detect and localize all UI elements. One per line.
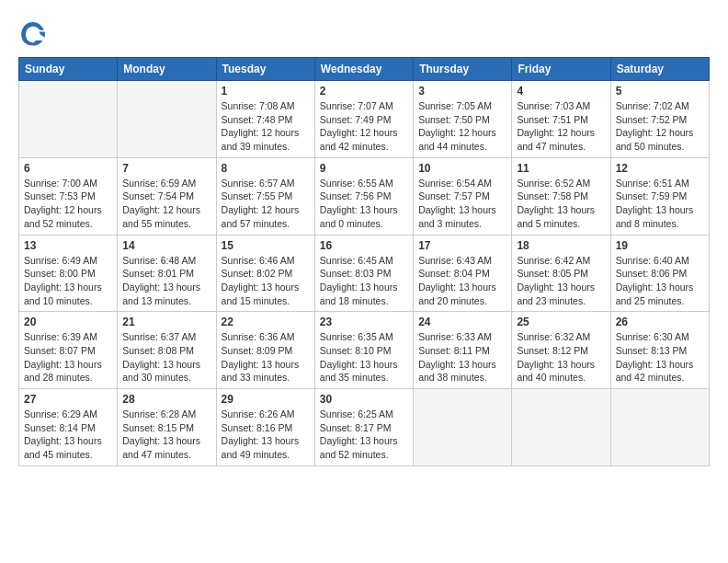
day-number: 10 [418, 162, 506, 175]
day-info: Sunrise: 6:49 AM Sunset: 8:00 PM Dayligh… [24, 254, 112, 308]
weekday-header-saturday: Saturday [610, 58, 709, 81]
weekday-header-monday: Monday [118, 58, 216, 81]
day-number: 26 [616, 316, 704, 328]
day-number: 28 [122, 393, 210, 406]
calendar-cell: 17Sunrise: 6:43 AM Sunset: 8:04 PM Dayli… [414, 235, 512, 312]
calendar-cell: 19Sunrise: 6:40 AM Sunset: 8:06 PM Dayli… [610, 235, 709, 312]
day-info: Sunrise: 6:28 AM Sunset: 8:15 PM Dayligh… [122, 408, 210, 462]
day-number: 23 [320, 316, 408, 328]
day-info: Sunrise: 7:07 AM Sunset: 7:49 PM Dayligh… [320, 99, 408, 154]
weekday-header-friday: Friday [512, 58, 610, 81]
day-info: Sunrise: 6:55 AM Sunset: 7:56 PM Dayligh… [320, 177, 408, 231]
day-number: 11 [517, 162, 605, 175]
day-number: 22 [222, 316, 310, 328]
day-number: 17 [418, 239, 506, 252]
calendar-cell: 2Sunrise: 7:07 AM Sunset: 7:49 PM Daylig… [314, 81, 413, 158]
day-number: 24 [418, 316, 506, 328]
day-number: 9 [320, 162, 408, 175]
calendar-cell: 14Sunrise: 6:48 AM Sunset: 8:01 PM Dayli… [118, 235, 216, 312]
day-number: 5 [616, 85, 704, 98]
day-info: Sunrise: 6:36 AM Sunset: 8:09 PM Dayligh… [222, 330, 310, 385]
day-number: 8 [222, 162, 310, 175]
page-header [18, 18, 710, 48]
day-number: 7 [122, 162, 210, 175]
weekday-header-thursday: Thursday [414, 58, 512, 81]
day-number: 4 [517, 85, 605, 98]
day-number: 30 [320, 393, 408, 406]
calendar-cell: 18Sunrise: 6:42 AM Sunset: 8:05 PM Dayli… [512, 235, 610, 312]
week-row-2: 6Sunrise: 7:00 AM Sunset: 7:53 PM Daylig… [19, 157, 710, 235]
calendar-cell: 16Sunrise: 6:45 AM Sunset: 8:03 PM Dayli… [314, 235, 413, 312]
calendar-cell: 9Sunrise: 6:55 AM Sunset: 7:56 PM Daylig… [314, 157, 413, 235]
day-number: 29 [222, 393, 310, 406]
day-info: Sunrise: 6:25 AM Sunset: 8:17 PM Dayligh… [320, 408, 408, 462]
day-info: Sunrise: 6:29 AM Sunset: 8:14 PM Dayligh… [24, 408, 112, 462]
day-number: 27 [24, 393, 112, 406]
day-number: 25 [517, 316, 605, 328]
week-row-1: 1Sunrise: 7:08 AM Sunset: 7:48 PM Daylig… [19, 81, 710, 158]
calendar-cell: 25Sunrise: 6:32 AM Sunset: 8:12 PM Dayli… [512, 312, 610, 389]
day-number: 18 [517, 239, 605, 252]
calendar-cell: 8Sunrise: 6:57 AM Sunset: 7:55 PM Daylig… [216, 157, 314, 235]
day-info: Sunrise: 6:43 AM Sunset: 8:04 PM Dayligh… [418, 254, 506, 308]
day-info: Sunrise: 6:30 AM Sunset: 8:13 PM Dayligh… [616, 330, 704, 385]
week-row-5: 27Sunrise: 6:29 AM Sunset: 8:14 PM Dayli… [19, 389, 710, 466]
day-number: 1 [222, 85, 310, 98]
day-info: Sunrise: 6:32 AM Sunset: 8:12 PM Dayligh… [517, 330, 605, 385]
day-info: Sunrise: 6:57 AM Sunset: 7:55 PM Dayligh… [222, 177, 310, 231]
calendar-cell: 10Sunrise: 6:54 AM Sunset: 7:57 PM Dayli… [414, 157, 512, 235]
calendar-cell: 28Sunrise: 6:28 AM Sunset: 8:15 PM Dayli… [118, 389, 216, 466]
day-info: Sunrise: 6:42 AM Sunset: 8:05 PM Dayligh… [517, 254, 605, 308]
day-number: 13 [24, 239, 112, 252]
day-number: 21 [122, 316, 210, 328]
logo-icon [18, 18, 48, 48]
logo [18, 18, 51, 48]
day-number: 15 [222, 239, 310, 252]
day-number: 2 [320, 85, 408, 98]
day-number: 16 [320, 239, 408, 252]
day-info: Sunrise: 6:39 AM Sunset: 8:07 PM Dayligh… [24, 330, 112, 385]
calendar-cell: 6Sunrise: 7:00 AM Sunset: 7:53 PM Daylig… [19, 157, 118, 235]
calendar-cell: 13Sunrise: 6:49 AM Sunset: 8:00 PM Dayli… [19, 235, 118, 312]
calendar-cell: 1Sunrise: 7:08 AM Sunset: 7:48 PM Daylig… [216, 81, 314, 158]
day-info: Sunrise: 7:02 AM Sunset: 7:52 PM Dayligh… [616, 99, 704, 154]
calendar-table: SundayMondayTuesdayWednesdayThursdayFrid… [18, 57, 710, 466]
calendar-cell: 12Sunrise: 6:51 AM Sunset: 7:59 PM Dayli… [610, 157, 709, 235]
calendar-cell [512, 389, 610, 466]
day-info: Sunrise: 6:45 AM Sunset: 8:03 PM Dayligh… [320, 254, 408, 308]
calendar-cell: 15Sunrise: 6:46 AM Sunset: 8:02 PM Dayli… [216, 235, 314, 312]
calendar-cell: 23Sunrise: 6:35 AM Sunset: 8:10 PM Dayli… [314, 312, 413, 389]
calendar-cell: 30Sunrise: 6:25 AM Sunset: 8:17 PM Dayli… [314, 389, 413, 466]
calendar-cell: 20Sunrise: 6:39 AM Sunset: 8:07 PM Dayli… [19, 312, 118, 389]
calendar-cell: 11Sunrise: 6:52 AM Sunset: 7:58 PM Dayli… [512, 157, 610, 235]
week-row-4: 20Sunrise: 6:39 AM Sunset: 8:07 PM Dayli… [19, 312, 710, 389]
weekday-header-sunday: Sunday [19, 58, 118, 81]
calendar-cell: 4Sunrise: 7:03 AM Sunset: 7:51 PM Daylig… [512, 81, 610, 158]
day-info: Sunrise: 7:05 AM Sunset: 7:50 PM Dayligh… [418, 99, 506, 154]
calendar-cell [19, 81, 118, 158]
day-number: 3 [418, 85, 506, 98]
day-info: Sunrise: 6:35 AM Sunset: 8:10 PM Dayligh… [320, 330, 408, 385]
day-info: Sunrise: 6:54 AM Sunset: 7:57 PM Dayligh… [418, 177, 506, 231]
day-info: Sunrise: 7:08 AM Sunset: 7:48 PM Dayligh… [222, 99, 310, 154]
week-row-3: 13Sunrise: 6:49 AM Sunset: 8:00 PM Dayli… [19, 235, 710, 312]
day-info: Sunrise: 6:48 AM Sunset: 8:01 PM Dayligh… [122, 254, 210, 308]
day-info: Sunrise: 6:26 AM Sunset: 8:16 PM Dayligh… [222, 408, 310, 462]
day-number: 20 [24, 316, 112, 328]
calendar-cell: 5Sunrise: 7:02 AM Sunset: 7:52 PM Daylig… [610, 81, 709, 158]
day-info: Sunrise: 7:00 AM Sunset: 7:53 PM Dayligh… [24, 177, 112, 231]
day-info: Sunrise: 6:37 AM Sunset: 8:08 PM Dayligh… [122, 330, 210, 385]
weekday-header-wednesday: Wednesday [314, 58, 413, 81]
calendar-cell [118, 81, 216, 158]
day-info: Sunrise: 6:52 AM Sunset: 7:58 PM Dayligh… [517, 177, 605, 231]
calendar-cell: 26Sunrise: 6:30 AM Sunset: 8:13 PM Dayli… [610, 312, 709, 389]
day-info: Sunrise: 7:03 AM Sunset: 7:51 PM Dayligh… [517, 99, 605, 154]
calendar-cell: 29Sunrise: 6:26 AM Sunset: 8:16 PM Dayli… [216, 389, 314, 466]
calendar-cell [610, 389, 709, 466]
calendar-cell: 21Sunrise: 6:37 AM Sunset: 8:08 PM Dayli… [118, 312, 216, 389]
calendar-cell: 22Sunrise: 6:36 AM Sunset: 8:09 PM Dayli… [216, 312, 314, 389]
weekday-header-tuesday: Tuesday [216, 58, 314, 81]
calendar-cell: 3Sunrise: 7:05 AM Sunset: 7:50 PM Daylig… [414, 81, 512, 158]
calendar-cell [414, 389, 512, 466]
weekday-header-row: SundayMondayTuesdayWednesdayThursdayFrid… [19, 58, 710, 81]
